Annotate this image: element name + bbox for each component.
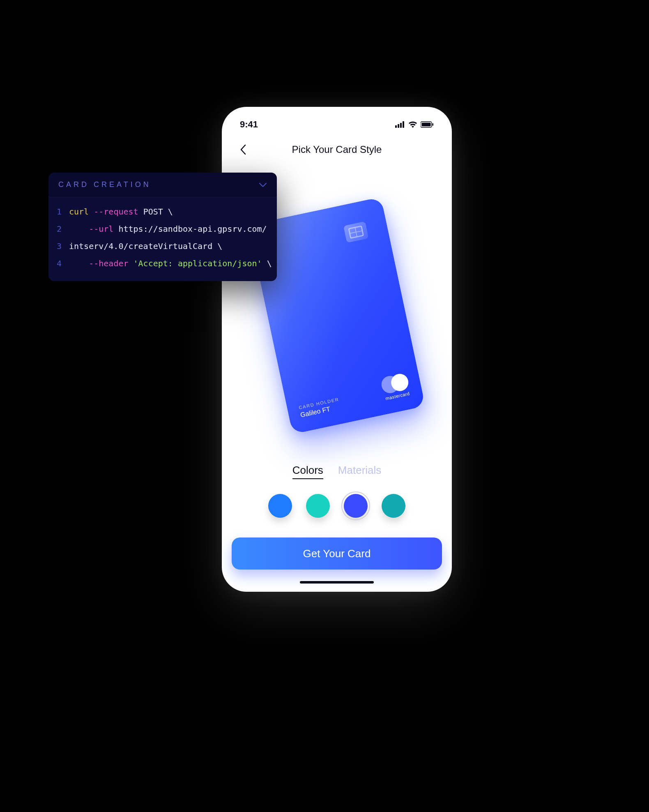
code-line: 3intserv/4.0/createVirtualCard \ [57,238,269,255]
nav-bar: Pick Your Card Style [232,131,442,163]
color-swatch[interactable] [344,494,368,518]
chevron-left-icon [240,144,246,155]
code-token: POST \ [138,203,173,220]
cellular-signal-icon [395,121,405,128]
mastercard-icon [380,372,410,394]
code-body: 1curl --request POST \2 --url https://sa… [48,197,277,281]
line-number: 1 [57,203,69,220]
status-bar: 9:41 [232,118,442,131]
mastercard-logo: mastercard [380,372,412,401]
home-indicator[interactable] [300,581,374,584]
code-panel-title: CARD CREATION [58,180,151,189]
page-title: Pick Your Card Style [236,144,438,155]
code-token: https://sandbox-api.gpsrv.com/ [113,220,267,238]
svg-rect-6 [433,123,434,126]
svg-rect-5 [422,123,431,127]
tab-materials[interactable]: Materials [338,464,381,479]
code-token [69,220,89,238]
color-swatch[interactable] [382,494,405,518]
code-token: \ [262,255,272,272]
svg-rect-3 [403,121,404,128]
code-panel: CARD CREATION 1curl --request POST \2 --… [48,173,277,281]
svg-rect-0 [395,125,397,128]
code-token: curl [69,203,94,220]
code-token: 'Accept: application/json' [129,255,262,272]
style-tabs: Colors Materials [232,464,442,479]
code-token: --request [94,203,138,220]
tab-colors[interactable]: Colors [292,464,323,479]
code-panel-header[interactable]: CARD CREATION [48,173,277,197]
color-swatch[interactable] [268,494,292,518]
svg-rect-2 [400,123,402,128]
card-holder-block: CARD HOLDER Galileo FT [298,397,341,419]
status-time: 9:41 [240,119,258,130]
code-token: --url [89,220,113,238]
line-number: 2 [57,220,69,238]
color-swatches [232,494,442,518]
code-token: --header [89,255,128,272]
line-number: 4 [57,255,69,272]
code-token [69,255,89,272]
line-number: 3 [57,238,69,255]
color-swatch[interactable] [306,494,330,518]
code-line: 2 --url https://sandbox-api.gpsrv.com/ [57,220,269,238]
get-card-button[interactable]: Get Your Card [232,537,442,570]
svg-rect-1 [398,124,399,128]
chevron-down-icon [259,180,267,189]
battery-icon [421,121,434,128]
wifi-icon [408,121,417,128]
code-line: 1curl --request POST \ [57,203,269,220]
back-button[interactable] [236,142,251,157]
code-token: intserv/4.0/createVirtualCard \ [69,238,222,255]
code-line: 4 --header 'Accept: application/json' \ [57,255,269,272]
card-chip-icon [343,221,369,242]
